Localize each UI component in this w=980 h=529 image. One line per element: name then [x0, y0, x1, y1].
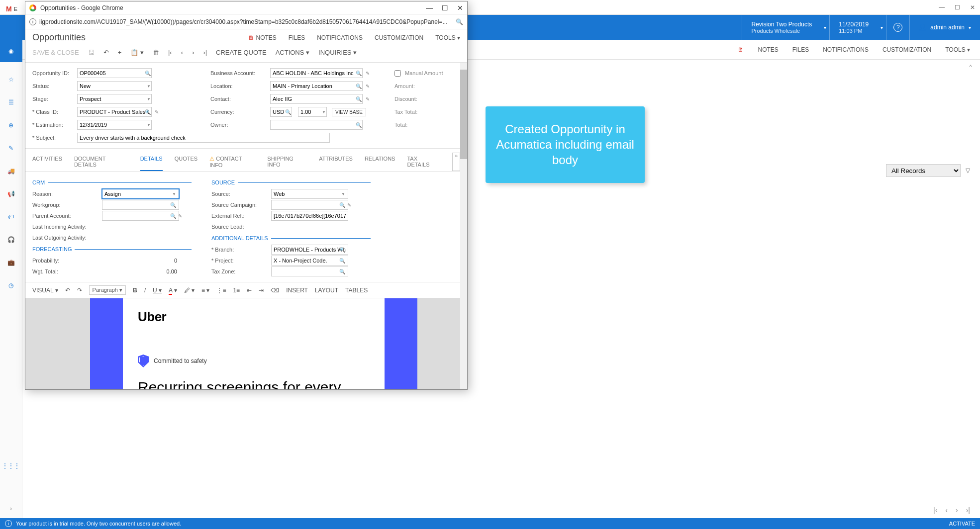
site-info-icon[interactable]: i [29, 18, 36, 25]
last-page-icon[interactable]: ›| [966, 506, 970, 514]
popup-close[interactable]: ✕ [457, 4, 463, 12]
insert-menu[interactable]: INSERT [286, 287, 308, 294]
estimation-input[interactable] [77, 120, 152, 130]
tools-link[interactable]: TOOLS ▾ [435, 34, 460, 41]
search-icon[interactable]: 🔍 [285, 109, 291, 115]
actions-menu[interactable]: ACTIONS ▾ [276, 49, 309, 56]
pencil-icon[interactable]: ✎ [178, 213, 182, 219]
loc-input[interactable] [270, 81, 363, 91]
source-input[interactable] [271, 189, 348, 199]
text-color-icon[interactable]: A ▾ [169, 287, 177, 294]
home-icon[interactable]: ◉ [0, 40, 22, 62]
tenant-selector[interactable]: Revision Two Products Products Wholesale [742, 15, 821, 40]
search-icon[interactable]: 🔍 [356, 122, 362, 128]
expand-sidebar-icon[interactable]: › [5, 503, 16, 514]
pencil-icon[interactable]: ✎ [155, 109, 159, 115]
status-input[interactable] [77, 81, 152, 91]
number-list-icon[interactable]: 1≡ [233, 287, 240, 294]
bg-tools[interactable]: TOOLS ▾ [945, 46, 970, 53]
data-views-icon[interactable]: ☰ [5, 97, 16, 108]
bg-customization[interactable]: CUSTOMIZATION [882, 46, 931, 53]
first-page-icon[interactable]: |‹ [933, 506, 937, 514]
bg-notes[interactable]: NOTES [758, 46, 778, 53]
pencil-icon[interactable]: ✎ [366, 96, 370, 102]
branch-input[interactable] [271, 245, 348, 255]
search-icon[interactable]: 🔍 [145, 71, 151, 76]
tab-document-details[interactable]: DOCUMENT DETAILS [74, 153, 128, 171]
headset-icon[interactable]: 🎧 [5, 234, 16, 245]
create-quote-button[interactable]: CREATE QUOTE [216, 49, 267, 56]
parent-input[interactable] [102, 211, 179, 221]
contact-input[interactable] [270, 94, 363, 104]
stage-input[interactable] [77, 94, 152, 104]
highlight-icon[interactable]: 🖉 ▾ [184, 287, 195, 294]
bg-minimize[interactable]: — [939, 4, 945, 11]
outdent-icon[interactable]: ⇤ [247, 287, 252, 294]
bg-notifications[interactable]: NOTIFICATIONS [823, 46, 869, 53]
extref-input[interactable] [271, 211, 348, 221]
collapse-summary-icon[interactable]: ^ [969, 64, 972, 71]
shipments-icon[interactable]: 🚚 [5, 166, 16, 176]
bg-maximize[interactable]: ☐ [955, 4, 960, 11]
bullet-list-icon[interactable]: ⋮≡ [216, 287, 226, 294]
chevron-down-icon[interactable]: ▼ [147, 123, 151, 127]
chevron-down-icon[interactable]: ▼ [147, 84, 151, 88]
marketing-icon[interactable]: 📢 [5, 188, 16, 199]
editor-undo-icon[interactable]: ↶ [65, 287, 70, 294]
workgroup-input[interactable] [102, 200, 179, 210]
search-icon[interactable]: 🔍 [356, 96, 362, 102]
filter-icon[interactable]: ▽ [966, 167, 970, 174]
popup-minimize[interactable]: — [426, 4, 433, 12]
manual-amount-checkbox[interactable] [394, 70, 401, 77]
chevron-down-icon[interactable]: ▼ [172, 192, 176, 196]
bg-filter-select[interactable]: All Records [886, 164, 961, 177]
files-link[interactable]: FILES [289, 34, 305, 41]
bg-close[interactable]: ✕ [970, 4, 975, 11]
tab-activities[interactable]: ACTIVITIES [32, 153, 62, 171]
add-new-icon[interactable]: + [118, 49, 122, 56]
dashboards-icon[interactable]: ◷ [5, 280, 16, 291]
prev-page-icon[interactable]: ‹ [945, 506, 948, 514]
tab-tax-details[interactable]: TAX DETAILS [407, 153, 440, 171]
business-date[interactable]: 11/20/2019 11:03 PM [829, 15, 878, 40]
search-addr-icon[interactable]: 🔍 [456, 18, 463, 25]
search-icon[interactable]: 🔍 [356, 84, 362, 89]
next-page-icon[interactable]: › [956, 506, 958, 514]
body-scrollbar[interactable] [460, 63, 467, 389]
prev-record-icon[interactable]: ‹ [181, 49, 183, 56]
user-menu[interactable]: 👤 admin admin ▾ [909, 15, 980, 40]
clear-format-icon[interactable]: ⌫ [271, 287, 279, 294]
search-icon[interactable]: 🔍 [339, 258, 345, 264]
projects-icon[interactable]: 💼 [5, 257, 16, 268]
indent-icon[interactable]: ⇥ [259, 287, 264, 294]
last-record-icon[interactable]: ›| [203, 49, 207, 56]
first-record-icon[interactable]: |‹ [168, 49, 172, 56]
search-icon[interactable]: 🔍 [145, 109, 151, 115]
biz-input[interactable] [270, 68, 363, 78]
pencil-icon[interactable]: ✎ [347, 202, 351, 208]
layout-menu[interactable]: LAYOUT [315, 287, 338, 294]
search-icon[interactable]: 🔍 [170, 202, 176, 208]
add-icon[interactable]: ⊕ [5, 120, 16, 131]
owner-input[interactable] [270, 120, 363, 130]
clipboard-icon[interactable]: 📋 ▾ [130, 49, 144, 56]
search-icon[interactable]: 🔍 [356, 71, 362, 76]
search-icon[interactable]: 🔍 [170, 213, 176, 219]
tab-relations[interactable]: RELATIONS [365, 153, 395, 171]
tab-details[interactable]: DETAILS [140, 153, 163, 171]
url-text[interactable]: iigproductionsite.com/ACU19107_SAM/(W(10… [39, 18, 453, 25]
notifications-link[interactable]: NOTIFICATIONS [317, 34, 363, 41]
tab-attributes[interactable]: ATTRIBUTES [319, 153, 353, 171]
edit-icon[interactable]: ✎ [5, 143, 16, 154]
tab-shipping-info[interactable]: SHIPPING INFO [267, 153, 307, 171]
notes-link[interactable]: NOTES [256, 34, 276, 41]
chevron-down-icon[interactable]: ▼ [147, 97, 151, 101]
tab-contact-info[interactable]: CONTACT INFO [209, 153, 255, 171]
apps-icon[interactable]: ⋮⋮⋮ [5, 460, 16, 471]
search-icon[interactable]: 🔍 [339, 202, 345, 208]
pencil-icon[interactable]: ✎ [366, 84, 370, 89]
save-icon[interactable]: 🖫 [88, 49, 95, 56]
popup-maximize[interactable]: ☐ [442, 4, 448, 12]
customization-link[interactable]: CUSTOMIZATION [375, 34, 423, 41]
inquiries-menu[interactable]: INQUIRIES ▾ [318, 49, 357, 56]
